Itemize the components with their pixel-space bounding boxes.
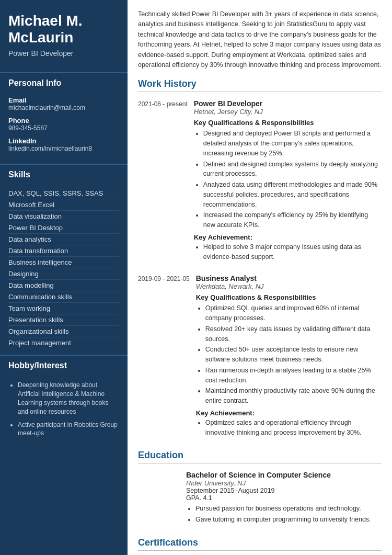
education-title: Education — [138, 450, 382, 463]
certifications-section: Certifications Use Power BI for Financia… — [138, 537, 382, 555]
skills-section: Skills DAX, SQL, SSIS, SSRS, SSASMicroso… — [0, 157, 128, 348]
candidate-name: Michael M. McLaurin — [8, 13, 119, 46]
skills-list: DAX, SQL, SSIS, SSRS, SSASMicrosoft Exce… — [8, 188, 119, 348]
edu-gpa: GPA. 4.1 — [186, 494, 371, 502]
responsibility-item: Designed and deployed Power BI scripts a… — [203, 129, 382, 158]
job-company: Hetnet, Jersey City, NJ — [194, 108, 382, 116]
edu-details: Bachelor of Science in Computer ScienceR… — [186, 471, 371, 528]
edu-institution: Rider University, NJ — [186, 479, 371, 487]
email-value: michaelmclaurin@mail.com — [8, 104, 119, 111]
edu-entry: Bachelor of Science in Computer ScienceR… — [138, 471, 382, 528]
hobby-item: Deepening knowledge about Artificial Int… — [18, 379, 119, 418]
responsibility-item: Analyzed data using different methodolog… — [203, 180, 382, 209]
edu-dates: September 2015–August 2019 — [186, 487, 371, 494]
job-title: Power BI Developer — [194, 99, 382, 108]
responsibility-item: Conducted 50+ user acceptance tests to e… — [205, 345, 382, 365]
responsibility-item: Maintained monthly productivity rate abo… — [205, 386, 382, 406]
linkedin-value: linkedin.com/in/michaellaurin8 — [8, 145, 119, 152]
personal-info-title: Personal Info — [0, 72, 128, 92]
skill-item: Designing — [8, 268, 119, 280]
responsibilities-list: Designed and deployed Power BI scripts a… — [194, 129, 382, 230]
email-block: Email michaelmclaurin@mail.com — [8, 96, 119, 111]
work-history-title: Work History — [138, 78, 382, 92]
job-title: Business Analyst — [196, 274, 382, 282]
hobby-section: Hobby/Interest Deepening knowledge about… — [0, 348, 128, 440]
job-date: 2019-09 - 2021-05 — [138, 274, 190, 440]
education-section: Education Bachelor of Science in Compute… — [138, 450, 382, 528]
edu-title: Bachelor of Science in Computer Science — [186, 471, 371, 479]
skill-item: Communication skills — [8, 291, 119, 303]
edu-bullet-item: Pursued passion for business operations … — [195, 504, 371, 514]
jobs-list: 2021-06 - presentPower BI DeveloperHetne… — [138, 99, 382, 440]
hobby-title: Hobby/Interest — [0, 355, 128, 375]
achievements-list: Optimized sales and operational efficien… — [196, 418, 382, 438]
edu-spacer — [138, 471, 180, 528]
achievements-list: Helped to solve 3 major company issues u… — [194, 242, 382, 262]
sidebar-header: Michael M. McLaurin Power BI Developer — [0, 0, 128, 66]
skill-item: DAX, SQL, SSIS, SSRS, SSAS — [8, 188, 119, 199]
job-details: Power BI DeveloperHetnet, Jersey City, N… — [194, 99, 382, 265]
work-history-section: Work History 2021-06 - presentPower BI D… — [138, 78, 382, 440]
responsibility-item: Resolved 20+ key data issues by validati… — [205, 324, 382, 344]
hobby-list: Deepening knowledge about Artificial Int… — [8, 379, 119, 440]
candidate-title: Power BI Developer — [8, 49, 119, 58]
job-date: 2021-06 - present — [138, 99, 188, 265]
skill-item: Data modelling — [8, 280, 119, 291]
responsibility-item: Ran numerous in-depth analyses leading t… — [205, 366, 382, 386]
linkedin-label: LinkedIn — [8, 137, 119, 145]
responsibilities-list: Optimized SQL queries and improved 60% o… — [196, 303, 382, 406]
responsibility-item: Defined and designed complex systems by … — [203, 160, 382, 179]
skill-item: Data transformation — [8, 245, 119, 257]
skill-item: Microsoft Excel — [8, 199, 119, 211]
phone-label: Phone — [8, 117, 119, 124]
email-label: Email — [8, 96, 119, 104]
skill-item: Project management — [8, 337, 119, 348]
edu-bullets: Pursued passion for business operations … — [186, 504, 371, 525]
skill-item: Business intelligence — [8, 257, 119, 268]
edu-list: Bachelor of Science in Computer ScienceR… — [138, 471, 382, 528]
job-details: Business AnalystWerkdata, Newark, NJKey … — [196, 274, 382, 440]
skill-item: Data visualization — [8, 211, 119, 222]
skills-content: DAX, SQL, SSIS, SSRS, SSASMicrosoft Exce… — [0, 184, 128, 348]
summary-text: Technically skilled Power BI Developer w… — [138, 9, 382, 70]
skill-item: Team working — [8, 303, 119, 314]
qualifications-title: Key Qualifications & Responsibilities — [196, 293, 382, 301]
hobby-content: Deepening knowledge about Artificial Int… — [0, 375, 128, 440]
achievement-title: Key Achievement: — [194, 233, 382, 241]
qualifications-title: Key Qualifications & Responsibilities — [194, 119, 382, 127]
skill-item: Data analytics — [8, 234, 119, 245]
phone-block: Phone 989-345-5587 — [8, 117, 119, 132]
skills-title: Skills — [0, 164, 128, 184]
achievement-item: Helped to solve 3 major company issues u… — [203, 242, 382, 262]
personal-info-content: Email michaelmclaurin@mail.com Phone 989… — [0, 92, 128, 152]
job-company: Werkdata, Newark, NJ — [196, 282, 382, 290]
responsibility-item: Increased the company's efficiency by 25… — [203, 210, 382, 230]
skill-item: Organizational skills — [8, 326, 119, 337]
linkedin-block: LinkedIn linkedin.com/in/michaellaurin8 — [8, 137, 119, 152]
certifications-title: Certifications — [138, 537, 382, 551]
phone-value: 989-345-5587 — [8, 124, 119, 132]
edu-bullet-item: Gave tutoring in computer programming to… — [195, 515, 371, 525]
job-entry: 2019-09 - 2021-05Business AnalystWerkdat… — [138, 274, 382, 440]
job-entry: 2021-06 - presentPower BI DeveloperHetne… — [138, 99, 382, 265]
sidebar: Michael M. McLaurin Power BI Developer P… — [0, 0, 128, 555]
skill-item: Presentation skills — [8, 314, 119, 326]
personal-info-section: Personal Info Email michaelmclaurin@mail… — [0, 66, 128, 157]
responsibility-item: Optimized SQL queries and improved 60% o… — [205, 303, 382, 323]
skill-item: Power BI Desktop — [8, 222, 119, 234]
main-content: Technically skilled Power BI Developer w… — [128, 0, 392, 555]
achievement-item: Optimized sales and operational efficien… — [205, 418, 382, 438]
hobby-item: Active participant in Robotics Group mee… — [18, 418, 119, 440]
achievement-title: Key Achievement: — [196, 409, 382, 417]
